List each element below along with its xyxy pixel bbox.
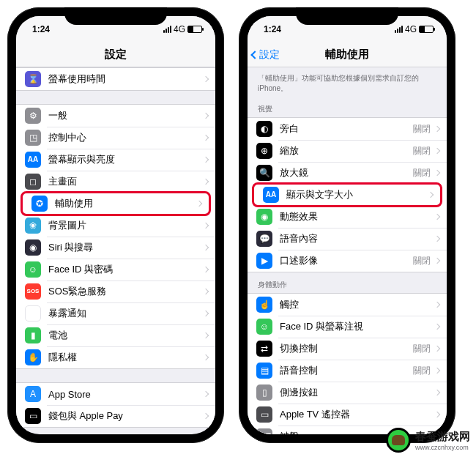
row-label: 背景圖片 bbox=[48, 219, 204, 232]
chevron-right-icon bbox=[434, 126, 440, 132]
row-label: 錢包與 Apple Pay bbox=[48, 409, 204, 423]
chevron-right-icon bbox=[196, 201, 202, 207]
battery-icon: ▮ bbox=[25, 327, 41, 343]
watermark-logo-icon bbox=[386, 428, 411, 453]
row-apple-tv[interactable]: ▭Apple TV 遙控器 bbox=[248, 404, 447, 426]
status-network: 4G bbox=[405, 24, 417, 34]
voice-control-icon: ▤ bbox=[256, 363, 272, 379]
watermark: 春蚕游戏网 www.czcnhxy.com bbox=[386, 428, 470, 453]
row-screen-time[interactable]: ⌛螢幕使用時間 bbox=[16, 68, 215, 90]
chevron-right-icon bbox=[434, 214, 440, 220]
general-icon: ⚙ bbox=[25, 108, 41, 124]
row-control-center[interactable]: ◳控制中心 bbox=[16, 127, 215, 149]
page-title: 輔助使用 bbox=[325, 48, 369, 62]
row-battery[interactable]: ▮電池 bbox=[16, 324, 215, 346]
chevron-right-icon bbox=[203, 391, 209, 397]
motion-icon: ◉ bbox=[256, 209, 272, 225]
back-button[interactable]: 設定 bbox=[252, 42, 280, 67]
zoom-icon: ⊕ bbox=[256, 143, 272, 159]
battery-icon bbox=[187, 26, 202, 33]
accessibility-list[interactable]: 「輔助使用」功能可協助您根據個別需求自訂您的 iPhone。 視覺 ◐旁白關閉⊕… bbox=[248, 67, 447, 434]
touch-icon: ☝ bbox=[256, 297, 272, 313]
row-label: Siri 與搜尋 bbox=[48, 241, 204, 254]
row-switch-control[interactable]: ⇄切換控制關閉 bbox=[248, 338, 447, 360]
chevron-right-icon bbox=[203, 332, 209, 338]
wallet-icon: ▭ bbox=[25, 408, 41, 424]
section-header-vision: 視覺 bbox=[248, 97, 447, 117]
chevron-right-icon bbox=[203, 245, 209, 250]
row-text-size[interactable]: AA顯示與文字大小 bbox=[254, 185, 440, 205]
home-screen-icon: ◻ bbox=[25, 174, 41, 190]
appstore-icon: A bbox=[25, 386, 41, 402]
phone-right: 1:24 4G 設定 輔助使用 「輔助使用」功能可協助您根據個別需求自訂您的 i… bbox=[239, 7, 455, 443]
notch bbox=[64, 7, 167, 25]
row-label: 控制中心 bbox=[48, 131, 204, 144]
row-faceid[interactable]: ☺Face ID 與密碼 bbox=[16, 259, 215, 280]
chevron-right-icon bbox=[434, 302, 440, 308]
chevron-right-icon bbox=[203, 354, 209, 360]
highlight-box: AA顯示與文字大小 bbox=[252, 182, 442, 207]
chevron-right-icon bbox=[434, 236, 440, 242]
screen-accessibility: 1:24 4G 設定 輔助使用 「輔助使用」功能可協助您根據個別需求自訂您的 i… bbox=[248, 16, 447, 434]
row-motion[interactable]: ◉動態效果 bbox=[248, 206, 447, 228]
row-value: 關閉 bbox=[413, 123, 431, 135]
row-label: 動態效果 bbox=[280, 210, 435, 223]
row-value: 關閉 bbox=[413, 343, 431, 355]
row-general[interactable]: ⚙一般 bbox=[16, 105, 215, 127]
row-label: App Store bbox=[48, 389, 204, 400]
chevron-right-icon bbox=[434, 390, 440, 395]
chevron-right-icon bbox=[203, 267, 209, 272]
row-label: 觸控 bbox=[280, 298, 435, 311]
chevron-right-icon bbox=[203, 311, 209, 316]
row-label: 語音內容 bbox=[280, 232, 435, 245]
row-accessibility[interactable]: ✪輔助使用 bbox=[23, 193, 209, 214]
row-appstore[interactable]: AApp Store bbox=[16, 383, 215, 405]
row-audio-desc[interactable]: ▶口述影像關閉 bbox=[248, 250, 447, 272]
row-privacy[interactable]: ✋隱私權 bbox=[16, 346, 215, 368]
row-label: 語音控制 bbox=[280, 364, 413, 377]
row-spoken[interactable]: 💬語音內容 bbox=[248, 228, 447, 250]
row-wallet[interactable]: ▭錢包與 Apple Pay bbox=[16, 405, 215, 427]
row-side-button[interactable]: ▯側邊按鈕 bbox=[248, 382, 447, 404]
row-magnifier[interactable]: 🔍放大鏡關閉 bbox=[248, 162, 447, 184]
row-sos[interactable]: SOSSOS緊急服務 bbox=[16, 280, 215, 302]
chevron-right-icon bbox=[203, 113, 209, 119]
navbar: 設定 輔助使用 bbox=[248, 42, 447, 67]
row-zoom[interactable]: ⊕縮放關閉 bbox=[248, 140, 447, 162]
siri-icon: ◉ bbox=[25, 239, 41, 256]
row-siri[interactable]: ◉Siri 與搜尋 bbox=[16, 237, 215, 259]
row-value: 關閉 bbox=[413, 365, 431, 377]
exposure-icon: ☀ bbox=[25, 305, 41, 322]
row-label: SOS緊急服務 bbox=[48, 285, 204, 298]
highlight-box: ✪輔助使用 bbox=[21, 191, 211, 216]
sos-icon: SOS bbox=[25, 283, 41, 300]
row-label: 一般 bbox=[48, 109, 204, 122]
row-label: Face ID 與螢幕注視 bbox=[280, 320, 435, 333]
row-label: 主畫面 bbox=[48, 175, 204, 188]
row-exposure[interactable]: ☀暴露通知 bbox=[16, 302, 215, 324]
settings-list[interactable]: ⌛螢幕使用時間 ⚙一般◳控制中心AA螢幕顯示與亮度◻主畫面✪輔助使用❀背景圖片◉… bbox=[16, 67, 215, 434]
chevron-right-icon bbox=[434, 170, 440, 176]
battery-icon bbox=[419, 26, 434, 33]
row-wallpaper[interactable]: ❀背景圖片 bbox=[16, 215, 215, 237]
screen-time-icon: ⌛ bbox=[25, 71, 41, 87]
display-icon: AA bbox=[25, 152, 41, 168]
face-attention-icon: ☺ bbox=[256, 319, 272, 335]
wallpaper-icon: ❀ bbox=[25, 218, 41, 234]
row-label: 切換控制 bbox=[280, 342, 413, 355]
row-voice-control[interactable]: ▤語音控制關閉 bbox=[248, 360, 447, 382]
row-label: 放大鏡 bbox=[280, 166, 413, 179]
row-display[interactable]: AA螢幕顯示與亮度 bbox=[16, 149, 215, 171]
row-face-attention[interactable]: ☺Face ID 與螢幕注視 bbox=[248, 316, 447, 338]
row-value: 關閉 bbox=[413, 167, 431, 179]
row-label: 暴露通知 bbox=[48, 307, 204, 320]
row-voiceover[interactable]: ◐旁白關閉 bbox=[248, 118, 447, 140]
signal-icon bbox=[395, 26, 403, 33]
control-center-icon: ◳ bbox=[25, 130, 41, 146]
row-label: 旁白 bbox=[280, 122, 413, 135]
chevron-right-icon bbox=[203, 135, 209, 141]
row-label: 螢幕使用時間 bbox=[48, 73, 204, 86]
row-home-screen[interactable]: ◻主畫面 bbox=[16, 171, 215, 193]
row-touch[interactable]: ☝觸控 bbox=[248, 294, 447, 316]
chevron-right-icon bbox=[203, 289, 209, 294]
